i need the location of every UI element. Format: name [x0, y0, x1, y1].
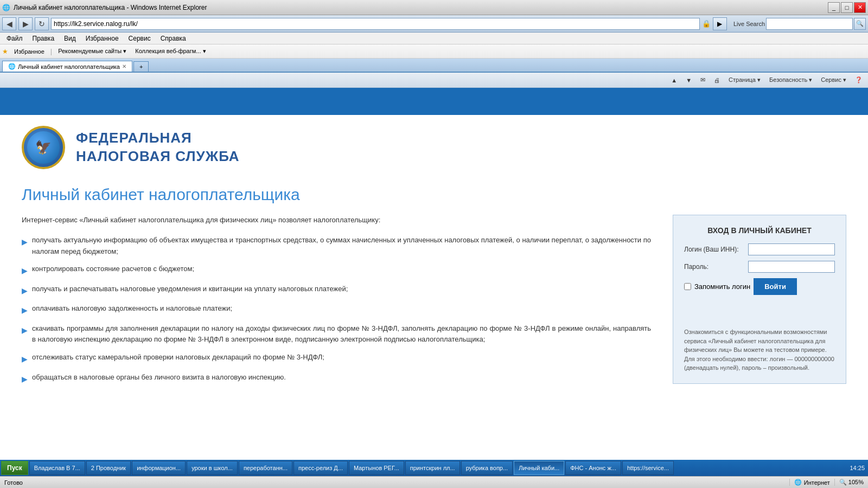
search-label: Live Search — [733, 21, 765, 27]
blue-header-band — [0, 88, 868, 115]
bullet-text-2: контролировать состояние расчетов с бюдж… — [32, 264, 194, 275]
bullet-text-3: получать и распечатывать налоговые уведо… — [32, 284, 348, 295]
title-bar-left: 🌐 Личный кабинет налогоплательщика - Win… — [2, 4, 207, 11]
taskbar: Пуск Владислав В 7... 2 Проводник информ… — [0, 460, 868, 476]
go-button[interactable]: ▶ — [713, 17, 727, 30]
taskbar-time: 14:25 — [850, 465, 865, 471]
toolbar-back[interactable]: ▲ — [668, 76, 680, 85]
address-input[interactable] — [51, 18, 700, 30]
toolbar-print[interactable]: 🖨 — [711, 76, 723, 85]
taskbar-item-8[interactable]: рубрика вопр... — [461, 461, 513, 475]
tab-bar: 🌐 Личный кабинет налогоплательщика ✕ + — [0, 59, 868, 73]
bullet-text-4: оплачивать налоговую задолженность и нал… — [32, 303, 232, 314]
logo-emblem: 🦅 — [27, 131, 60, 164]
bullet-text-1: получать актуальную информацию об объект… — [32, 235, 651, 258]
menu-bar: Файл Правка Вид Избранное Сервис Справка — [0, 33, 868, 44]
bullet-arrow-icon: ▶ — [22, 304, 28, 316]
bullet-text-7: обращаться в налоговые органы без личног… — [32, 372, 286, 383]
ie-icon: 🌐 — [2, 4, 10, 11]
list-item: ▶ скачивать программы для заполнения дек… — [22, 323, 651, 346]
list-item: ▶ оплачивать налоговую задолженность и н… — [22, 303, 651, 316]
menu-favorites[interactable]: Избранное — [81, 34, 123, 43]
taskbar-right: 14:25 — [850, 465, 867, 471]
bullet-arrow-icon: ▶ — [22, 373, 28, 385]
star-icon: ★ — [2, 48, 8, 55]
favorites-item-collection[interactable]: Коллекция веб-фрагм... ▾ — [132, 46, 208, 56]
close-button[interactable]: ✕ — [854, 2, 866, 13]
toolbar-service[interactable]: Сервис ▾ — [818, 75, 850, 85]
remember-label: Запомнить логин — [694, 282, 750, 291]
login-input[interactable] — [748, 243, 835, 255]
content-body: Интернет-сервис «Личный кабинет налогопл… — [0, 215, 868, 391]
forward-button[interactable]: ▶ — [18, 17, 33, 30]
back-button[interactable]: ◀ — [2, 17, 16, 30]
search-input[interactable] — [766, 18, 853, 30]
taskbar-item-1[interactable]: 2 Проводник — [86, 461, 131, 475]
fns-logo: 🦅 — [22, 126, 65, 169]
bullet-arrow-icon: ▶ — [22, 285, 28, 297]
login-row: Логин (Ваш ИНН): — [684, 243, 835, 255]
menu-edit[interactable]: Правка — [28, 34, 59, 43]
toolbar-help[interactable]: ❓ — [852, 75, 866, 85]
login-panel: ВХОД В ЛИЧНЫЙ КАБИНЕТ Логин (Ваш ИНН): П… — [673, 215, 846, 384]
org-name: ФЕДЕРАЛЬНАЯНАЛОГОВАЯ СЛУЖБА — [76, 129, 240, 166]
tab-close-button[interactable]: ✕ — [122, 63, 126, 69]
password-input[interactable] — [748, 261, 835, 273]
address-bar: ◀ ▶ ↻ 🔒 ▶ Live Search 🔍 — [0, 15, 868, 33]
left-section: Интернет-сервис «Личный кабинет налогопл… — [22, 215, 651, 391]
taskbar-item-10[interactable]: ФНС - Анонс ж... — [565, 461, 621, 475]
intro-text: Интернет-сервис «Личный кабинет налогопл… — [22, 215, 651, 226]
list-item: ▶ получать актуальную информацию об объе… — [22, 235, 651, 258]
taskbar-item-5[interactable]: пресс-релиз Д... — [293, 461, 348, 475]
favorites-item-main[interactable]: Избранное — [11, 47, 47, 56]
password-row: Пароль: — [684, 261, 835, 273]
taskbar-item-2[interactable]: информацион... — [132, 461, 186, 475]
refresh-button[interactable]: ↻ — [35, 17, 49, 30]
bullet-text-6: отслеживать статус камеральной проверки … — [32, 352, 324, 363]
bullet-arrow-icon: ▶ — [22, 236, 28, 248]
toolbar-mail[interactable]: ✉ — [697, 75, 709, 85]
menu-service[interactable]: Сервис — [124, 34, 155, 43]
favorites-bar: ★ Избранное | Рекомендуемые сайты ▾ Колл… — [0, 44, 868, 59]
title-bar: 🌐 Личный кабинет налогоплательщика - Win… — [0, 0, 868, 15]
active-tab[interactable]: 🌐 Личный кабинет налогоплательщика ✕ — [2, 61, 132, 72]
lock-icon: 🔒 — [702, 20, 711, 28]
remember-checkbox[interactable] — [684, 283, 691, 290]
taskbar-item-9[interactable]: Личный каби... — [514, 461, 564, 475]
page-title: Личный кабинет налогоплательщика — [0, 180, 868, 215]
favorites-item-recommended[interactable]: Рекомендуемые сайты ▾ — [55, 46, 129, 56]
list-item: ▶ контролировать состояние расчетов с бю… — [22, 264, 651, 277]
toolbar-forward[interactable]: ▼ — [682, 76, 695, 85]
minimize-button[interactable]: _ — [828, 2, 840, 13]
new-tab-button[interactable]: + — [133, 61, 149, 72]
login-label: Логин (Ваш ИНН): — [684, 246, 744, 253]
password-label: Пароль: — [684, 263, 744, 271]
list-item: ▶ отслеживать статус камеральной проверк… — [22, 352, 651, 365]
login-button[interactable]: Войти — [754, 278, 797, 295]
window-controls[interactable]: _ □ ✕ — [828, 2, 866, 13]
taskbar-item-0[interactable]: Владислав В 7... — [29, 461, 85, 475]
bullet-arrow-icon: ▶ — [22, 353, 28, 365]
taskbar-item-7[interactable]: принтскрин лл... — [405, 461, 460, 475]
menu-view[interactable]: Вид — [60, 34, 80, 43]
active-tab-label: Личный кабинет налогоплательщика — [18, 63, 120, 70]
toolbar-security[interactable]: Безопасность ▾ — [766, 75, 815, 85]
start-button[interactable]: Пуск — [1, 461, 28, 475]
logo-section: 🦅 ФЕДЕРАЛЬНАЯНАЛОГОВАЯ СЛУЖБА — [0, 115, 868, 180]
taskbar-item-3[interactable]: уроки в школ... — [187, 461, 238, 475]
menu-help[interactable]: Справка — [156, 34, 190, 43]
maximize-button[interactable]: □ — [841, 2, 853, 13]
remember-row: Запомнить логин Войти — [684, 278, 835, 295]
window-title: Личный кабинет налогоплательщика - Windo… — [14, 4, 207, 11]
search-box: Live Search 🔍 — [733, 18, 866, 30]
tab-icon: 🌐 — [8, 63, 16, 70]
taskbar-item-6[interactable]: Мартынов РЕГ... — [349, 461, 404, 475]
toolbar-page[interactable]: Страница ▾ — [725, 75, 764, 85]
menu-file[interactable]: Файл — [2, 34, 27, 43]
list-item: ▶ обращаться в налоговые органы без личн… — [22, 372, 651, 385]
demo-text: Ознакомиться с функциональными возможнос… — [684, 328, 835, 373]
taskbar-item-4[interactable]: переработанн... — [239, 461, 292, 475]
taskbar-item-11[interactable]: https://service... — [622, 461, 674, 475]
search-go-button[interactable]: 🔍 — [854, 18, 866, 30]
bullet-text-5: скачивать программы для заполнения декла… — [32, 323, 651, 346]
